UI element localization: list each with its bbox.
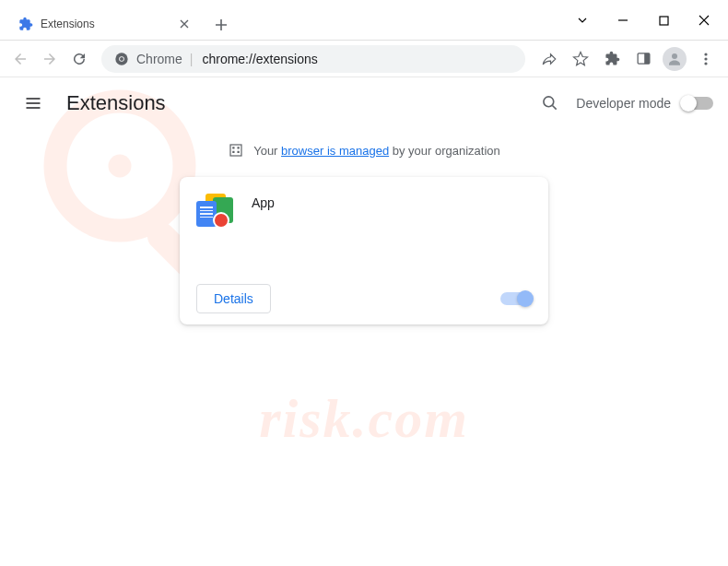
- reload-icon: [71, 51, 88, 67]
- browser-title-bar: Extensions: [0, 0, 728, 41]
- chrome-icon: [114, 52, 129, 66]
- puzzle-icon: [605, 51, 620, 66]
- hamburger-menu-button[interactable]: [15, 85, 52, 122]
- window-minimize-button[interactable]: [603, 6, 643, 34]
- address-bar[interactable]: Chrome | chrome://extensions: [101, 45, 525, 73]
- toggle-knob: [680, 95, 697, 112]
- extensions-grid: App Details: [0, 177, 728, 324]
- close-icon: [699, 15, 710, 26]
- sidepanel-button[interactable]: [628, 44, 658, 74]
- extension-icon: [196, 192, 237, 232]
- tab-close-button[interactable]: [177, 17, 192, 31]
- details-button[interactable]: Details: [196, 284, 271, 313]
- profile-button[interactable]: [660, 44, 689, 74]
- window-dropdown-button[interactable]: [562, 6, 603, 34]
- nav-reload-button[interactable]: [66, 46, 92, 72]
- browser-managed-link[interactable]: browser is managed: [281, 144, 389, 158]
- maximize-icon: [659, 16, 669, 26]
- watermark-sub: risk.com: [259, 387, 469, 451]
- browser-nav-bar: Chrome | chrome://extensions: [0, 41, 728, 77]
- extension-enable-toggle[interactable]: [500, 292, 532, 305]
- svg-rect-18: [238, 151, 240, 153]
- search-icon: [541, 94, 559, 112]
- star-icon: [572, 51, 589, 67]
- chevron-down-icon: [577, 15, 588, 26]
- minimize-icon: [617, 15, 628, 26]
- building-icon: [228, 142, 244, 159]
- svg-point-11: [704, 57, 707, 60]
- url-text: chrome://extensions: [202, 52, 317, 66]
- panel-icon: [636, 51, 652, 66]
- separator: |: [190, 52, 194, 66]
- browser-tab[interactable]: Extensions: [7, 8, 201, 40]
- extension-name: App: [252, 192, 275, 284]
- close-icon: [180, 19, 189, 29]
- svg-point-10: [704, 53, 707, 55]
- bookmark-button[interactable]: [566, 44, 595, 74]
- toolbar-right: [534, 44, 721, 74]
- managed-banner: Your browser is managed by your organiza…: [0, 129, 728, 177]
- scheme-chip: Chrome |: [114, 52, 193, 66]
- share-icon: [541, 51, 558, 67]
- page-title: Extensions: [66, 91, 166, 115]
- window-maximize-button[interactable]: [643, 6, 684, 34]
- new-tab-button[interactable]: [208, 12, 234, 38]
- svg-rect-14: [230, 145, 241, 156]
- arrow-left-icon: [12, 51, 29, 67]
- toggle-knob: [517, 290, 534, 307]
- svg-point-9: [672, 53, 677, 59]
- nav-forward-button[interactable]: [37, 46, 63, 72]
- scheme-label: Chrome: [136, 52, 182, 66]
- window-close-button[interactable]: [684, 6, 724, 34]
- plus-icon: [215, 18, 228, 31]
- extension-card: App Details: [180, 177, 548, 324]
- avatar-icon: [663, 47, 687, 71]
- svg-rect-17: [232, 151, 234, 153]
- svg-rect-15: [232, 147, 234, 148]
- tab-title: Extensions: [41, 18, 95, 30]
- extensions-button[interactable]: [597, 44, 627, 74]
- hamburger-icon: [24, 94, 42, 112]
- extensions-page-header: Extensions Developer mode: [0, 77, 728, 129]
- svg-rect-8: [644, 53, 650, 64]
- svg-point-12: [704, 62, 707, 65]
- nav-back-button[interactable]: [7, 46, 33, 72]
- svg-point-6: [120, 57, 123, 61]
- developer-mode-toggle[interactable]: [682, 97, 713, 110]
- extension-puzzle-icon: [18, 17, 33, 31]
- share-button[interactable]: [534, 44, 564, 74]
- svg-rect-3: [660, 17, 668, 25]
- svg-point-13: [544, 97, 554, 107]
- window-controls: [562, 6, 724, 34]
- kebab-icon: [699, 52, 713, 66]
- arrow-right-icon: [41, 51, 58, 67]
- menu-button[interactable]: [691, 44, 721, 74]
- developer-mode-label: Developer mode: [576, 96, 671, 111]
- banner-text: Your browser is managed by your organiza…: [253, 144, 500, 158]
- search-extensions-button[interactable]: [535, 88, 565, 118]
- svg-rect-16: [238, 147, 240, 148]
